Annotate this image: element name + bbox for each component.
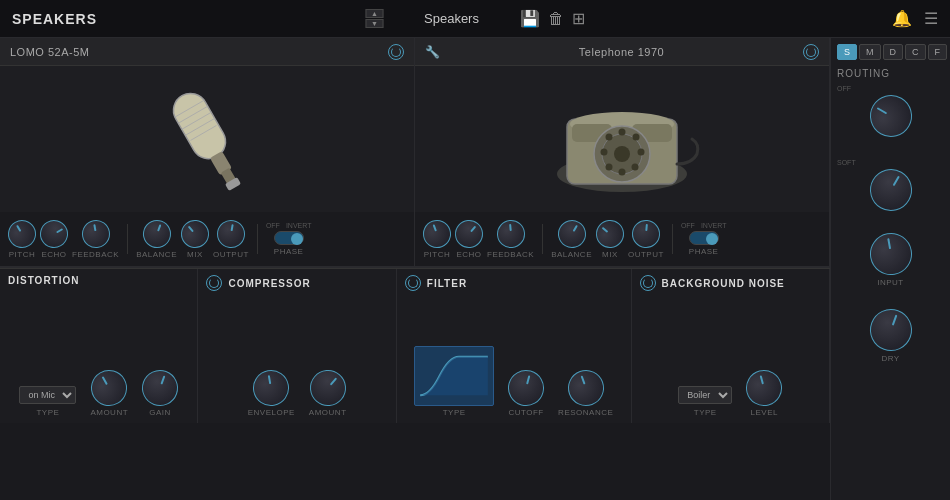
compressor-envelope-label: ENVELOPE: [248, 408, 295, 417]
balance-label-1: BALANCE: [136, 250, 177, 259]
balance-knob-1[interactable]: [139, 216, 175, 252]
instrument-slot-lomo: LOMO 52A-5M: [0, 38, 415, 267]
compressor-envelope-knob[interactable]: [250, 367, 292, 409]
preset-down-arrow[interactable]: ▼: [366, 19, 384, 28]
instrument-name-telephone: Telephone 1970: [579, 46, 664, 58]
pitch-label-1: PITCH: [9, 250, 36, 259]
distortion-title: DISTORTION: [8, 275, 79, 286]
echo-knob-1[interactable]: [35, 214, 73, 252]
filter-cutoff-knob[interactable]: [504, 366, 548, 410]
power-button-lomo[interactable]: [388, 44, 404, 60]
distortion-amount-label: AMOUNT: [90, 408, 128, 417]
filter-type-display[interactable]: [414, 346, 494, 406]
tab-c[interactable]: C: [905, 44, 926, 60]
menu-icon[interactable]: ☰: [924, 9, 938, 28]
svg-point-18: [619, 129, 626, 136]
instruments-panel: LOMO 52A-5M: [0, 38, 830, 500]
bg-noise-power-btn[interactable]: [640, 275, 656, 291]
distortion-type-select[interactable]: on Mic: [19, 386, 76, 404]
power-button-telephone[interactable]: [803, 44, 819, 60]
pitch-knob-1[interactable]: [3, 214, 41, 252]
sidebar-soft-label: SOFT: [837, 159, 856, 166]
bg-noise-level-knob[interactable]: [742, 366, 786, 410]
svg-point-24: [601, 149, 608, 156]
svg-point-23: [606, 164, 613, 171]
compressor-power-btn[interactable]: [206, 275, 222, 291]
compressor-title: COMPRESSOR: [228, 278, 310, 289]
output-label-1: OUTPUT: [213, 250, 249, 259]
background-noise-header: BACKGROUND NOISE: [640, 275, 821, 291]
output-knob-1[interactable]: [215, 217, 247, 249]
filter-controls: TYPE CUTOFF RESONANCE: [405, 299, 623, 417]
background-noise-panel: BACKGROUND NOISE Boiler TYPE LEVEL: [632, 269, 830, 423]
save-icon[interactable]: 💾: [520, 9, 540, 28]
distortion-controls: on Mic TYPE AMOUNT GAIN: [8, 294, 189, 417]
distortion-amount-group: AMOUNT: [90, 370, 128, 417]
phase-switch-1[interactable]: [274, 231, 304, 245]
header-right: 🔔 ☰: [892, 9, 938, 28]
dry-knob[interactable]: [864, 303, 918, 357]
knob-group-feedback-1: FEEDBACK: [72, 220, 119, 259]
filter-title: FILTER: [427, 278, 467, 289]
compressor-amount-knob[interactable]: [302, 363, 353, 414]
preset-up-arrow[interactable]: ▲: [366, 9, 384, 18]
wrench-icon[interactable]: 🔧: [425, 45, 440, 59]
ctrl-divider-3: [542, 224, 543, 254]
tab-f[interactable]: F: [928, 44, 948, 60]
feedback-knob-1[interactable]: [79, 217, 111, 249]
tab-d[interactable]: D: [883, 44, 904, 60]
phase-invert-label-1: INVERT: [286, 222, 312, 229]
pitch-knob-2[interactable]: [419, 216, 455, 252]
knob-group-echo-1: ECHO: [40, 220, 68, 259]
routing-soft-knob[interactable]: [862, 161, 919, 218]
knob-group-pitch-1: PITCH: [8, 220, 36, 259]
input-label: INPUT: [877, 278, 904, 287]
instrument-name-lomo: LOMO 52A-5M: [10, 46, 89, 58]
echo-label-1: ECHO: [41, 250, 66, 259]
bell-icon[interactable]: 🔔: [892, 9, 912, 28]
knob-group-feedback-2: FEEDBACK: [487, 220, 534, 259]
bg-noise-type-group: Boiler TYPE: [678, 386, 732, 417]
header: SPEAKERS ▲ ▼ Speakers 💾 🗑 ⊞ 🔔 ☰: [0, 0, 950, 38]
ctrl-divider-4: [672, 224, 673, 254]
distortion-header: DISTORTION: [8, 275, 189, 286]
phase-switch-2[interactable]: [689, 231, 719, 245]
knob-group-output-1: OUTPUT: [213, 220, 249, 259]
phase-toggle-group-2: OFF INVERT PHASE: [681, 222, 727, 256]
input-knob[interactable]: [866, 230, 915, 279]
tab-m[interactable]: M: [859, 44, 881, 60]
phase-label-2: PHASE: [689, 247, 719, 256]
knob-group-balance-2: BALANCE: [551, 220, 592, 259]
compressor-controls: ENVELOPE AMOUNT: [206, 299, 387, 417]
svg-point-25: [606, 134, 613, 141]
delete-icon[interactable]: 🗑: [548, 10, 564, 28]
knob-group-balance-1: BALANCE: [136, 220, 177, 259]
mix-knob-1[interactable]: [175, 214, 214, 253]
filter-type-label: TYPE: [443, 408, 466, 417]
tab-s[interactable]: S: [837, 44, 857, 60]
mix-knob-2[interactable]: [590, 214, 629, 253]
expand-icon[interactable]: ⊞: [572, 9, 585, 28]
microphone-icon: [152, 69, 262, 209]
distortion-gain-knob[interactable]: [137, 365, 183, 411]
routing-off-knob[interactable]: [862, 87, 919, 144]
preset-arrows[interactable]: ▲ ▼: [366, 9, 384, 28]
svg-point-22: [619, 169, 626, 176]
preset-name: Speakers: [392, 9, 512, 28]
knob-group-echo-2: ECHO: [455, 220, 483, 259]
phase-invert-label-2: INVERT: [701, 222, 727, 229]
distortion-gain-label: GAIN: [149, 408, 171, 417]
feedback-knob-2[interactable]: [495, 218, 525, 248]
output-knob-2[interactable]: [631, 218, 661, 248]
echo-knob-2[interactable]: [449, 214, 488, 253]
balance-knob-2[interactable]: [552, 214, 590, 252]
phase-off-label-1: OFF: [266, 222, 280, 229]
instruments-row: LOMO 52A-5M: [0, 38, 830, 268]
filter-power-btn[interactable]: [405, 275, 421, 291]
filter-resonance-knob[interactable]: [563, 365, 609, 411]
telephone-icon: [542, 74, 702, 204]
background-noise-title: BACKGROUND NOISE: [662, 278, 785, 289]
bg-noise-type-select[interactable]: Boiler: [678, 386, 732, 404]
sidebar-input-group: INPUT: [837, 233, 944, 287]
distortion-amount-knob[interactable]: [85, 363, 134, 412]
